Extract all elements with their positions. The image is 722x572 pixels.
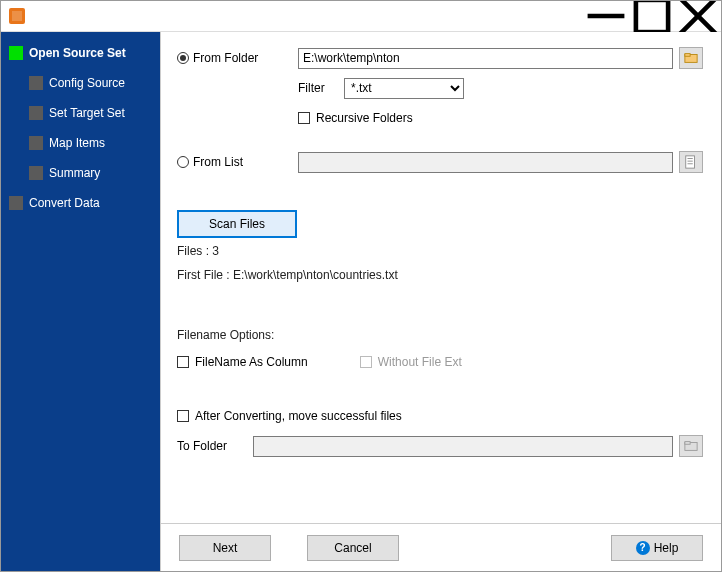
svg-rect-1 [636, 0, 668, 32]
help-button[interactable]: ? Help [611, 535, 703, 561]
to-folder-input [253, 436, 673, 457]
after-convert-label: After Converting, move successful files [195, 409, 402, 423]
from-list-radio[interactable] [177, 156, 189, 168]
step-icon [29, 136, 43, 150]
maximize-button[interactable] [629, 1, 675, 32]
filename-options-label: Filename Options: [177, 328, 703, 342]
browse-folder-button[interactable] [679, 47, 703, 69]
svg-rect-5 [685, 54, 690, 57]
files-count-text: Files : 3 [177, 244, 703, 258]
from-folder-radio[interactable] [177, 52, 189, 64]
sidebar-item-label: Map Items [49, 136, 105, 150]
recursive-label: Recursive Folders [316, 111, 413, 125]
scan-files-button[interactable]: Scan Files [177, 210, 297, 238]
footer-bar: Next Cancel ? Help [161, 523, 721, 571]
step-icon [29, 76, 43, 90]
browse-to-folder-button[interactable] [679, 435, 703, 457]
step-icon [9, 196, 23, 210]
sidebar-item-label: Summary [49, 166, 100, 180]
svg-rect-11 [685, 442, 690, 445]
from-folder-label: From Folder [193, 51, 258, 65]
without-ext-label: Without File Ext [378, 355, 462, 369]
sidebar-item-label: Convert Data [29, 196, 100, 210]
filename-as-column-checkbox[interactable] [177, 356, 189, 368]
filter-label: Filter [298, 81, 338, 95]
sidebar-item-config-source[interactable]: Config Source [1, 68, 160, 98]
without-ext-checkbox [360, 356, 372, 368]
cancel-button[interactable]: Cancel [307, 535, 399, 561]
titlebar [1, 1, 721, 32]
sidebar-item-convert-data[interactable]: Convert Data [1, 188, 160, 218]
sidebar-item-set-target-set[interactable]: Set Target Set [1, 98, 160, 128]
step-icon [9, 46, 23, 60]
next-button[interactable]: Next [179, 535, 271, 561]
filter-select[interactable]: *.txt [344, 78, 464, 99]
sidebar-item-label: Open Source Set [29, 46, 126, 60]
step-icon [29, 166, 43, 180]
recursive-checkbox[interactable] [298, 112, 310, 124]
folder-path-input[interactable] [298, 48, 673, 69]
minimize-button[interactable] [583, 1, 629, 32]
from-list-label: From List [193, 155, 243, 169]
svg-rect-6 [686, 156, 695, 168]
sidebar-item-map-items[interactable]: Map Items [1, 128, 160, 158]
sidebar-item-label: Set Target Set [49, 106, 125, 120]
sidebar-item-summary[interactable]: Summary [1, 158, 160, 188]
filename-as-column-label: FileName As Column [195, 355, 308, 369]
sidebar-item-open-source-set[interactable]: Open Source Set [1, 38, 160, 68]
to-folder-label: To Folder [177, 439, 227, 453]
close-button[interactable] [675, 1, 721, 32]
first-file-text: First File : E:\work\temp\nton\countries… [177, 268, 703, 282]
after-convert-checkbox[interactable] [177, 410, 189, 422]
app-icon [9, 8, 25, 24]
step-icon [29, 106, 43, 120]
wizard-sidebar: Open Source SetConfig SourceSet Target S… [1, 32, 160, 571]
sidebar-item-label: Config Source [49, 76, 125, 90]
browse-list-button[interactable] [679, 151, 703, 173]
main-panel: From Folder Filter *.txt Recursive Folde… [160, 32, 721, 571]
from-list-input [298, 152, 673, 173]
help-icon: ? [636, 541, 650, 555]
